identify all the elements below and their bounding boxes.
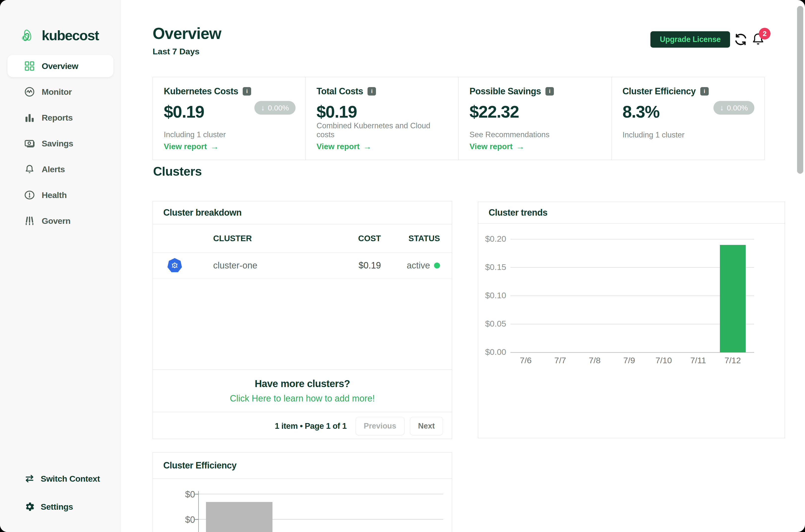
sidebar-item-label: Reports (42, 113, 73, 122)
trends-y-tick-label: $0.10 (478, 290, 506, 300)
stat-card-possible-savings: Possible Savings i $22.32 See Recommenda… (459, 77, 612, 160)
column-header-cost[interactable]: COST (267, 234, 381, 243)
column-header-status[interactable]: STATUS (381, 234, 452, 243)
previous-page-button[interactable]: Previous (356, 417, 404, 435)
info-icon[interactable]: i (243, 87, 251, 96)
stat-card-kubernetes-costs: Kubernetes Costs i $0.19 ↓ 0.00% Includi… (153, 77, 306, 160)
upgrade-license-button[interactable]: Upgrade License (650, 31, 730, 48)
sidebar-item-overview[interactable]: Overview (7, 55, 113, 77)
trends-y-tick-label: $0.20 (478, 234, 506, 244)
sidebar-item-label: Health (42, 190, 67, 200)
cluster-breakdown-card: Cluster breakdown CLUSTER COST STATUS cl… (153, 201, 452, 439)
stat-card-total-costs: Total Costs i $0.19 Combined Kubernetes … (306, 77, 459, 160)
stat-card-subtitle: Including 1 cluster (164, 130, 295, 139)
app-window: kubecost Overview Mo (0, 0, 805, 532)
table-row-cluster-one[interactable]: cluster-one $0.19 active (153, 253, 452, 279)
add-clusters-link[interactable]: Click Here to learn how to add more! (230, 393, 375, 404)
stat-card-title: Kubernetes Costs i (164, 86, 295, 96)
logo-wordmark: kubecost (42, 27, 99, 43)
trends-bar[interactable] (720, 245, 746, 353)
sidebar-item-label: Alerts (42, 165, 65, 174)
bar-chart-icon (24, 112, 35, 123)
page-title: Overview (153, 24, 222, 43)
stat-card-subtitle: Including 1 cluster (622, 131, 755, 139)
sidebar-item-health[interactable]: Health (7, 184, 113, 206)
gear-icon (24, 501, 35, 512)
down-arrow-icon: ↓ (720, 103, 724, 112)
column-header-cluster[interactable]: CLUSTER (196, 234, 267, 243)
cluster-breakdown-title: Cluster breakdown (153, 201, 452, 224)
sidebar-item-govern[interactable]: Govern (7, 210, 113, 232)
trends-x-tick-label: 7/9 (612, 356, 647, 365)
view-report-link[interactable]: View report → (164, 142, 295, 151)
sidebar-item-alerts[interactable]: Alerts (7, 158, 113, 180)
cluster-cost-cell: $0.19 (267, 260, 381, 271)
trends-y-tick-label: $0.00 (478, 347, 506, 357)
stat-cards-row: Kubernetes Costs i $0.19 ↓ 0.00% Includi… (153, 77, 765, 147)
trends-gridline (511, 267, 754, 268)
sidebar-item-reports[interactable]: Reports (7, 107, 113, 129)
govern-flags-icon (24, 215, 35, 227)
cluster-trends-card: Cluster trends $0.20$0.15$0.10$0.05$0.00… (478, 202, 785, 438)
trends-y-tick-label: $0.05 (478, 319, 506, 328)
stat-card-title: Total Costs i (317, 86, 449, 96)
trends-chart-area: $0.20$0.15$0.10$0.05$0.007/67/77/87/97/1… (478, 224, 785, 438)
efficiency-bar (206, 502, 272, 532)
stat-card-cluster-efficiency: Cluster Efficiency i 8.3% ↓ 0.00% Includ… (612, 77, 765, 160)
next-page-button[interactable]: Next (410, 417, 443, 435)
stat-card-subtitle: Combined Kubernetes and Cloud costs (317, 121, 449, 139)
switch-context-label: Switch Context (41, 474, 100, 483)
trends-y-tick-label: $0.15 (478, 262, 506, 272)
cluster-efficiency-card: Cluster Efficiency $0 $0 (153, 452, 452, 532)
kubecost-logo: kubecost (20, 26, 99, 45)
info-icon[interactable]: i (545, 87, 554, 96)
monitor-pulse-icon (24, 86, 35, 97)
trends-x-tick-label: 7/10 (647, 356, 681, 365)
grid-icon (24, 60, 35, 72)
info-icon[interactable]: i (367, 87, 376, 96)
notification-count-badge: 2 (759, 28, 770, 39)
stat-card-title: Cluster Efficiency i (622, 86, 755, 96)
trends-x-tick-label: 7/12 (715, 356, 750, 365)
refresh-icon[interactable] (733, 32, 748, 47)
view-report-link[interactable]: View report → (317, 142, 449, 151)
sidebar-item-savings[interactable]: Savings (7, 132, 113, 155)
pagination-summary: 1 item • Page 1 of 1 (275, 421, 347, 431)
vertical-scrollbar[interactable] (797, 6, 803, 174)
pagination-bar: 1 item • Page 1 of 1 Previous Next (153, 412, 452, 440)
bell-icon (24, 164, 35, 175)
view-report-link[interactable]: View report → (469, 142, 601, 151)
kubernetes-logo-icon (153, 258, 196, 273)
stat-card-title: Possible Savings i (469, 86, 601, 96)
trends-gridline (511, 296, 754, 296)
trends-gridline (511, 352, 754, 353)
sidebar-item-label: Monitor (42, 87, 72, 97)
trends-gridline (511, 239, 754, 240)
page-subtitle: Last 7 Days (153, 46, 199, 56)
sidebar-item-label: Overview (42, 61, 78, 71)
sidebar-item-label: Govern (42, 216, 71, 226)
health-alert-icon (24, 189, 35, 201)
efficiency-y-axis (198, 491, 199, 532)
down-arrow-icon: ↓ (261, 103, 265, 112)
switch-arrows-icon (24, 473, 35, 484)
efficiency-axis-tick (194, 519, 198, 520)
sidebar-item-monitor[interactable]: Monitor (7, 81, 113, 103)
arrow-right-icon: → (210, 142, 219, 151)
status-active-dot-icon (434, 263, 440, 268)
efficiency-axis-tick (194, 494, 198, 495)
cluster-table-header: CLUSTER COST STATUS (153, 224, 452, 253)
banknote-icon (24, 138, 35, 149)
switch-context-button[interactable]: Switch Context (0, 469, 121, 489)
cluster-status-cell: active (381, 260, 452, 271)
trends-x-tick-label: 7/8 (577, 356, 612, 365)
table-empty-space (153, 279, 452, 369)
info-icon[interactable]: i (700, 87, 709, 96)
change-badge: ↓ 0.00% (713, 101, 754, 115)
kubecost-leaf-logo-icon (20, 26, 38, 45)
settings-button[interactable]: Settings (0, 497, 121, 517)
cluster-name-cell: cluster-one (196, 260, 267, 271)
clusters-section-heading: Clusters (153, 164, 202, 179)
trends-gridline (511, 324, 754, 324)
efficiency-y-tick-label: $0 (153, 489, 195, 500)
